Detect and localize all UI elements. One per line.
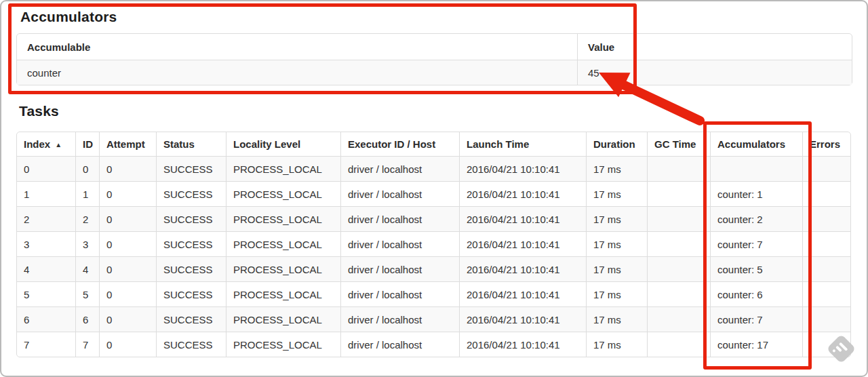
cell-accumulators: counter: 2 xyxy=(710,206,802,231)
cell-index: 7 xyxy=(17,332,75,357)
cell-locality_level: PROCESS_LOCAL xyxy=(226,332,340,357)
cell-errors xyxy=(802,181,850,206)
cell-launch_time: 2016/04/21 10:10:41 xyxy=(459,256,586,281)
cell-gc_time xyxy=(647,156,710,181)
cell-errors xyxy=(802,231,850,256)
cell-accumulable-value: 45 xyxy=(577,60,852,85)
tasks-column-header-status[interactable]: Status xyxy=(156,132,226,156)
cell-index: 0 xyxy=(17,156,75,181)
cell-locality_level: PROCESS_LOCAL xyxy=(226,231,340,256)
cell-errors xyxy=(802,306,850,332)
cell-accumulators: counter: 7 xyxy=(710,306,802,332)
cell-status: SUCCESS xyxy=(156,206,226,231)
cell-status: SUCCESS xyxy=(156,181,226,206)
cell-launch_time: 2016/04/21 10:10:41 xyxy=(459,332,586,357)
cell-executor_id_host: driver / localhost xyxy=(340,206,459,231)
cell-id: 3 xyxy=(75,231,99,256)
cell-attempt: 0 xyxy=(99,156,156,181)
value-column-header[interactable]: Value xyxy=(577,34,852,60)
cell-duration: 17 ms xyxy=(586,156,647,181)
cell-locality_level: PROCESS_LOCAL xyxy=(226,181,340,206)
task-row: 660SUCCESSPROCESS_LOCALdriver / localhos… xyxy=(17,306,850,332)
cell-errors xyxy=(802,256,850,281)
tasks-column-header-errors[interactable]: Errors xyxy=(802,132,850,156)
cell-duration: 17 ms xyxy=(586,206,647,231)
cell-id: 6 xyxy=(75,306,99,332)
cell-index: 1 xyxy=(17,181,75,206)
cell-gc_time xyxy=(647,256,710,281)
cell-executor_id_host: driver / localhost xyxy=(340,231,459,256)
task-row: 110SUCCESSPROCESS_LOCALdriver / localhos… xyxy=(17,181,850,206)
cell-index: 4 xyxy=(17,256,75,281)
tasks-header-row: Index▲IDAttemptStatusLocality LevelExecu… xyxy=(17,132,850,156)
cell-executor_id_host: driver / localhost xyxy=(340,156,459,181)
cell-launch_time: 2016/04/21 10:10:41 xyxy=(459,231,586,256)
tasks-column-header-launch_time[interactable]: Launch Time xyxy=(459,132,586,156)
task-row: 770SUCCESSPROCESS_LOCALdriver / localhos… xyxy=(17,332,850,357)
cell-status: SUCCESS xyxy=(156,306,226,332)
cell-duration: 17 ms xyxy=(586,281,647,306)
accumulator-row: counter 45 xyxy=(17,60,852,85)
cell-attempt: 0 xyxy=(99,256,156,281)
cell-id: 2 xyxy=(75,206,99,231)
cell-executor_id_host: driver / localhost xyxy=(340,306,459,332)
cell-index: 2 xyxy=(17,206,75,231)
cell-gc_time xyxy=(647,306,710,332)
cell-errors xyxy=(802,156,850,181)
cell-duration: 17 ms xyxy=(586,231,647,256)
watermark-dot xyxy=(832,349,836,353)
cell-gc_time xyxy=(647,231,710,256)
cell-status: SUCCESS xyxy=(156,332,226,357)
cell-index: 3 xyxy=(17,231,75,256)
tasks-column-header-duration[interactable]: Duration xyxy=(586,132,647,156)
tasks-column-header-gc_time[interactable]: GC Time xyxy=(647,132,710,156)
tasks-column-header-id[interactable]: ID xyxy=(75,132,99,156)
cell-id: 5 xyxy=(75,281,99,306)
cell-executor_id_host: driver / localhost xyxy=(340,256,459,281)
accumulators-section-title: Accumulators xyxy=(20,9,117,25)
cell-duration: 17 ms xyxy=(586,181,647,206)
tasks-column-header-accumulators[interactable]: Accumulators xyxy=(710,132,802,156)
task-row: 440SUCCESSPROCESS_LOCALdriver / localhos… xyxy=(17,256,850,281)
accumulators-header-row: Accumulable Value xyxy=(17,34,852,60)
cell-locality_level: PROCESS_LOCAL xyxy=(226,281,340,306)
cell-locality_level: PROCESS_LOCAL xyxy=(226,206,340,231)
cell-locality_level: PROCESS_LOCAL xyxy=(226,256,340,281)
cell-status: SUCCESS xyxy=(156,156,226,181)
cell-launch_time: 2016/04/21 10:10:41 xyxy=(459,306,586,332)
accumulable-column-header[interactable]: Accumulable xyxy=(17,34,577,60)
cell-launch_time: 2016/04/21 10:10:41 xyxy=(459,206,586,231)
cell-accumulators: counter: 17 xyxy=(710,332,802,357)
cell-duration: 17 ms xyxy=(586,306,647,332)
accumulators-table: Accumulable Value counter 45 xyxy=(16,33,852,85)
cell-attempt: 0 xyxy=(99,181,156,206)
cell-attempt: 0 xyxy=(99,281,156,306)
cell-id: 0 xyxy=(75,156,99,181)
cell-gc_time xyxy=(647,332,710,357)
task-row: 000SUCCESSPROCESS_LOCALdriver / localhos… xyxy=(17,156,850,181)
cell-gc_time xyxy=(647,281,710,306)
cell-gc_time xyxy=(647,181,710,206)
cell-locality_level: PROCESS_LOCAL xyxy=(226,306,340,332)
cell-attempt: 0 xyxy=(99,231,156,256)
cell-accumulators: counter: 7 xyxy=(710,231,802,256)
tasks-table: Index▲IDAttemptStatusLocality LevelExecu… xyxy=(16,132,851,357)
tasks-column-header-index[interactable]: Index▲ xyxy=(17,132,75,156)
cell-launch_time: 2016/04/21 10:10:41 xyxy=(459,156,586,181)
cell-attempt: 0 xyxy=(99,206,156,231)
cell-locality_level: PROCESS_LOCAL xyxy=(226,156,340,181)
cell-attempt: 0 xyxy=(99,332,156,357)
task-row: 220SUCCESSPROCESS_LOCALdriver / localhos… xyxy=(17,206,850,231)
tasks-column-header-locality_level[interactable]: Locality Level xyxy=(226,132,340,156)
cell-executor_id_host: driver / localhost xyxy=(340,281,459,306)
cell-accumulators: counter: 5 xyxy=(710,256,802,281)
cell-launch_time: 2016/04/21 10:10:41 xyxy=(459,181,586,206)
tasks-section-title: Tasks xyxy=(19,103,59,119)
tasks-column-header-attempt[interactable]: Attempt xyxy=(99,132,156,156)
cell-id: 4 xyxy=(75,256,99,281)
tasks-column-header-executor_id_host[interactable]: Executor ID / Host xyxy=(340,132,459,156)
cell-accumulators: counter: 1 xyxy=(710,181,802,206)
cell-executor_id_host: driver / localhost xyxy=(340,332,459,357)
cell-duration: 17 ms xyxy=(586,332,647,357)
task-row: 550SUCCESSPROCESS_LOCALdriver / localhos… xyxy=(17,281,850,306)
